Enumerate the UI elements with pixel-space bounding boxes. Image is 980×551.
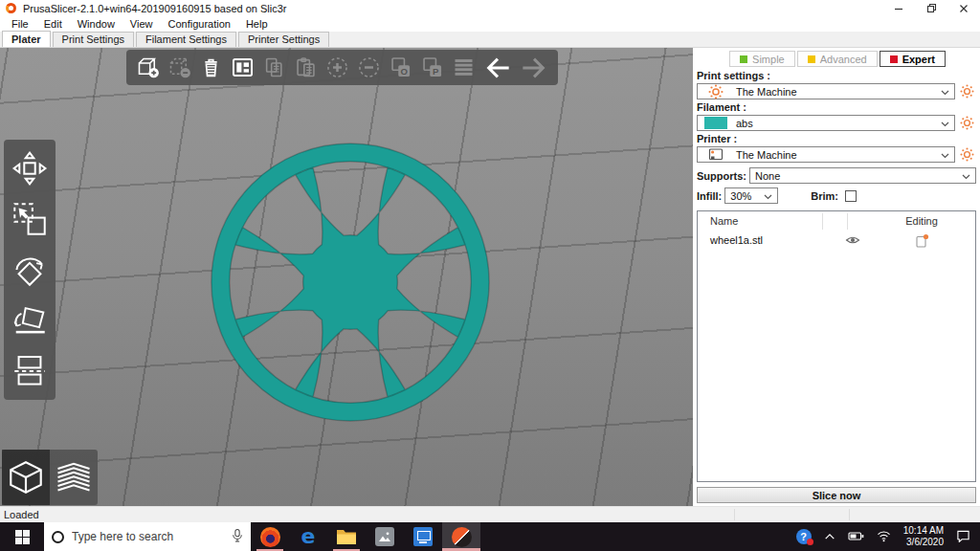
preview-view-icon[interactable] — [50, 450, 98, 505]
menu-window[interactable]: Window — [70, 18, 122, 30]
taskbar-firefox[interactable] — [251, 522, 289, 551]
right-settings-panel: Simple Advanced Expert Print settings : — [693, 48, 980, 506]
supports-combo[interactable]: None — [749, 167, 976, 184]
mode-simple-button[interactable]: Simple — [729, 51, 795, 67]
filament-label: Filament : — [697, 101, 976, 114]
edit-printer-gear-icon[interactable] — [958, 146, 976, 163]
3d-viewport[interactable]: O P — [0, 48, 693, 506]
filament-combo[interactable]: abs — [697, 115, 955, 131]
file-explorer-icon — [336, 528, 357, 545]
brim-label: Brim: — [811, 190, 838, 202]
move-icon[interactable] — [9, 147, 51, 189]
simple-mode-square-icon — [740, 55, 747, 63]
taskbar-prusaslicer[interactable] — [442, 522, 480, 551]
place-on-face-icon[interactable] — [9, 299, 51, 342]
window-title: PrusaSlicer-2.1.0+win64-201909160915 bas… — [23, 3, 287, 14]
menu-edit[interactable]: Edit — [36, 18, 70, 30]
split-to-objects-icon: O — [385, 52, 416, 83]
infill-label: Infill: — [697, 190, 722, 202]
print-settings-label: Print settings : — [697, 70, 976, 82]
mode-expert-button[interactable]: Expert — [880, 51, 946, 67]
print-settings-gear-icon — [704, 84, 727, 99]
object-list-header-editing: Editing — [868, 211, 975, 231]
help-notification-icon[interactable]: ? — [796, 529, 812, 544]
edge-icon: e — [301, 526, 316, 547]
tab-printer-settings[interactable]: Printer Settings — [238, 32, 329, 47]
print-settings-value: The Machine — [736, 86, 941, 98]
firefox-icon — [260, 527, 280, 547]
photos-app-icon — [375, 527, 394, 546]
paste-icon — [290, 52, 322, 83]
delete-all-icon[interactable] — [195, 52, 227, 83]
restore-button[interactable] — [915, 0, 947, 16]
slice-now-button[interactable]: Slice now — [697, 487, 976, 503]
plater-top-toolbar: O P — [126, 50, 558, 85]
taskbar-clock[interactable]: 10:14 AM 3/6/2020 — [903, 525, 944, 549]
3d-editor-view-icon[interactable] — [2, 450, 50, 505]
printer-icon — [704, 147, 727, 162]
chevron-down-icon — [764, 190, 772, 202]
hidden-icons-chevron-icon[interactable] — [824, 531, 835, 542]
arrange-icon[interactable] — [227, 52, 258, 83]
taskbar-search[interactable] — [44, 522, 251, 551]
supports-label: Supports: — [697, 170, 746, 182]
close-button[interactable] — [947, 0, 980, 16]
status-bar: Loaded — [0, 506, 980, 522]
edit-filament-gear-icon[interactable] — [958, 115, 976, 131]
menu-file[interactable]: File — [4, 18, 36, 30]
filament-value: abs — [736, 118, 941, 129]
store-app-icon — [413, 527, 433, 546]
print-settings-combo[interactable]: The Machine — [697, 83, 955, 99]
object-row-name[interactable]: wheel1a.stl — [698, 231, 837, 250]
prusaslicer-logo-icon — [6, 3, 16, 13]
chevron-down-icon — [962, 170, 970, 182]
object-editing-icon[interactable] — [868, 231, 975, 250]
chevron-down-icon — [941, 86, 949, 98]
scale-icon[interactable] — [9, 198, 51, 240]
menu-help[interactable]: Help — [238, 18, 276, 30]
object-visibility-eye-icon[interactable] — [837, 231, 868, 250]
cortana-icon — [52, 531, 64, 543]
battery-icon[interactable] — [848, 531, 864, 543]
chevron-down-icon — [941, 149, 949, 161]
brim-checkbox[interactable] — [845, 190, 857, 202]
taskbar-edge[interactable]: e — [289, 522, 327, 551]
prusaslicer-taskbar-icon — [452, 527, 472, 547]
action-center-icon[interactable] — [956, 529, 970, 544]
model-wheel1a[interactable] — [209, 141, 492, 424]
chevron-down-icon — [941, 118, 949, 129]
supports-value: None — [755, 170, 962, 182]
minimize-button[interactable] — [882, 0, 915, 16]
tab-filament-settings[interactable]: Filament Settings — [136, 32, 236, 47]
clock-date: 3/6/2020 — [903, 537, 944, 549]
add-instance-icon — [322, 52, 353, 83]
view-mode-switch — [2, 450, 98, 505]
menu-view[interactable]: View — [122, 18, 161, 30]
microphone-icon[interactable] — [232, 528, 243, 545]
mode-advanced-button[interactable]: Advanced — [797, 51, 878, 67]
split-to-parts-icon: P — [416, 52, 448, 83]
svg-text:O: O — [400, 66, 408, 77]
taskbar-store-app[interactable] — [404, 522, 442, 551]
prusaslicer-window: PrusaSlicer-2.1.0+win64-201909160915 bas… — [0, 0, 980, 551]
start-button[interactable] — [0, 522, 44, 551]
rotate-icon[interactable] — [9, 249, 51, 291]
search-input[interactable] — [72, 530, 224, 543]
cut-icon[interactable] — [9, 350, 51, 392]
printer-value: The Machine — [736, 149, 941, 161]
advanced-mode-square-icon — [808, 55, 815, 63]
edit-print-settings-gear-icon[interactable] — [958, 83, 976, 99]
tab-print-settings[interactable]: Print Settings — [53, 32, 134, 47]
taskbar-photos[interactable] — [366, 522, 404, 551]
taskbar-file-explorer[interactable] — [327, 522, 366, 551]
expert-mode-square-icon — [890, 55, 898, 63]
menu-configuration[interactable]: Configuration — [160, 18, 237, 30]
wifi-icon[interactable] — [877, 530, 891, 544]
infill-combo[interactable]: 30% — [724, 187, 778, 204]
add-model-icon[interactable] — [132, 52, 164, 83]
settings-tab-bar: Plater Print Settings Filament Settings … — [0, 32, 980, 48]
tab-plater[interactable]: Plater — [2, 31, 51, 47]
object-list[interactable]: Name Editing wheel1a.stl — [697, 210, 976, 482]
undo-icon[interactable] — [479, 52, 516, 83]
printer-combo[interactable]: The Machine — [697, 146, 955, 163]
